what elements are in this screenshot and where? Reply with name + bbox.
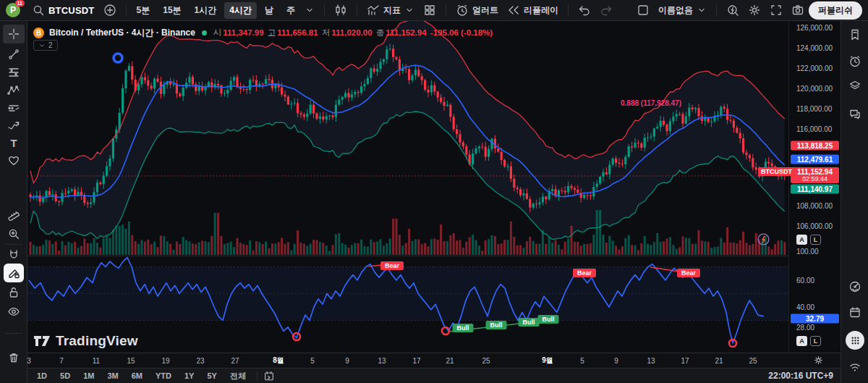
zoom-in-tool[interactable]	[0, 224, 27, 243]
volume-bar	[472, 235, 474, 255]
user-avatar[interactable]: P 11	[6, 3, 20, 17]
legend-collapse-button[interactable]: 2	[33, 40, 58, 51]
timeframe-5분[interactable]: 5분	[132, 2, 156, 19]
bear-signal-label[interactable]: Bear	[677, 269, 700, 277]
timeframe-주[interactable]: 주	[281, 2, 300, 19]
rsi-indicator-pane[interactable]	[27, 256, 788, 353]
range-5Y[interactable]: 5Y	[202, 371, 221, 381]
volume-bar	[96, 243, 98, 255]
alert-button[interactable]: 얼러트	[451, 1, 503, 19]
separator	[357, 4, 357, 16]
go-to-date-icon[interactable]	[263, 370, 275, 382]
auto-scale-button[interactable]: A	[796, 336, 807, 346]
candle-body	[246, 89, 248, 90]
range-전체[interactable]: 전체	[225, 370, 251, 382]
volume-bar	[605, 243, 608, 255]
range-1Y[interactable]: 1Y	[179, 371, 199, 381]
auto-scale-button[interactable]: A	[796, 235, 807, 245]
indicators-button[interactable]: 지표	[362, 1, 419, 19]
bull-signal-label[interactable]: Bull	[486, 321, 507, 329]
calendar-panel-icon[interactable]	[841, 302, 868, 322]
drawing-lock-mode[interactable]	[0, 264, 27, 282]
volume-bar	[551, 243, 553, 255]
layout-grid-icon[interactable]	[419, 1, 441, 19]
chart-legend[interactable]: B Bitcoin / TetherUS · 4시간 · Binance 시11…	[33, 27, 494, 39]
candle-body	[599, 177, 601, 183]
compare-add-icon[interactable]	[99, 1, 121, 19]
watchlist-panel-icon[interactable]	[841, 25, 868, 45]
time-axis[interactable]: 3711151923278월59131721259월5913172125	[27, 353, 841, 368]
timeframe-1시간[interactable]: 1시간	[190, 2, 222, 19]
chart-style-icon[interactable]	[330, 1, 352, 19]
alerts-panel-icon[interactable]	[841, 51, 868, 72]
candle-body	[367, 78, 369, 84]
fullscreen-icon[interactable]	[765, 1, 787, 19]
remove-all-drawings[interactable]	[0, 348, 27, 367]
volume-bar	[185, 240, 187, 255]
refresh-icon[interactable]	[757, 232, 770, 246]
range-3M[interactable]: 3M	[102, 371, 123, 381]
bull-signal-label[interactable]: Bull	[519, 318, 540, 327]
quick-search-icon[interactable]	[722, 1, 744, 19]
volume-bar	[459, 240, 461, 255]
timeframe-chevron-icon[interactable]	[300, 3, 319, 17]
publish-button[interactable]: 퍼블리쉬	[809, 1, 862, 20]
volume-bar	[542, 230, 544, 255]
candle-body	[230, 80, 232, 90]
timeframe-4시간[interactable]: 4시간	[224, 2, 257, 19]
volume-bar	[634, 245, 637, 255]
magnet-mode[interactable]	[0, 245, 27, 264]
legend-title[interactable]: Bitcoin / TetherUS · 4시간 · Binance	[49, 27, 195, 39]
trendline-tool[interactable]	[0, 45, 27, 64]
bull-signal-label[interactable]: Bull	[453, 324, 474, 332]
bull-signal-label[interactable]: Bull	[538, 315, 559, 324]
axis-settings-gear-icon[interactable]	[813, 355, 824, 366]
timeframe-15분[interactable]: 15분	[158, 2, 186, 19]
volume-bar	[338, 233, 340, 255]
replay-button[interactable]: 리플레이	[503, 1, 563, 19]
volume-bar	[103, 238, 105, 255]
clock[interactable]: 22:00:16 UTC+9	[768, 371, 833, 381]
settings-gear-icon[interactable]	[744, 1, 765, 19]
xabcd-pattern-tool[interactable]	[0, 81, 27, 100]
range-6M[interactable]: 6M	[127, 371, 148, 381]
chat-panel-icon[interactable]	[841, 104, 868, 124]
candle-body	[335, 105, 337, 117]
log-scale-button[interactable]: L	[810, 235, 821, 245]
snapshot-camera-icon[interactable]	[787, 1, 809, 19]
text-tool[interactable]: T	[0, 133, 27, 152]
bear-signal-label[interactable]: Bear	[380, 261, 404, 270]
emoji-tool[interactable]	[0, 151, 27, 170]
range-1D[interactable]: 1D	[32, 371, 52, 381]
range-1M[interactable]: 1M	[78, 371, 99, 381]
main-price-chart[interactable]	[27, 21, 788, 256]
volume-bar	[319, 242, 321, 255]
range-5D[interactable]: 5D	[55, 371, 75, 381]
crosshair-tool[interactable]	[0, 25, 27, 43]
connection-status-icon[interactable]	[841, 357, 868, 377]
candle-body	[628, 146, 630, 156]
bear-signal-label[interactable]: Bear	[573, 269, 596, 277]
apps-grid-button[interactable]	[841, 330, 868, 350]
object-tree-panel-icon[interactable]	[841, 75, 868, 96]
price-label: 112,479.61	[791, 155, 839, 164]
save-layout-checkbox-icon[interactable]	[632, 1, 654, 19]
fib-retracement-tool[interactable]	[0, 63, 27, 82]
undo-icon[interactable]	[574, 1, 595, 19]
lock-all-drawings[interactable]	[0, 283, 27, 302]
price-axis[interactable]: 126,000.00124,000.00122,000.00120,000.00…	[788, 21, 841, 368]
signal-circle-marker[interactable]	[114, 54, 122, 62]
log-scale-button[interactable]: L	[810, 336, 821, 346]
timeframe-날[interactable]: 날	[260, 2, 278, 19]
range-YTD[interactable]: YTD	[150, 371, 176, 381]
measure-tool[interactable]	[0, 205, 27, 224]
symbol-search-button[interactable]: BTCUSDT	[27, 1, 99, 19]
layout-name-button[interactable]: 이름없음	[654, 2, 711, 19]
candle-body	[347, 93, 349, 97]
candle-body	[637, 143, 639, 143]
redo-icon[interactable]	[595, 1, 617, 19]
market-scanner-panel-icon[interactable]	[841, 277, 868, 297]
forecast-tool[interactable]	[0, 99, 27, 118]
hide-all-drawings[interactable]	[0, 302, 27, 321]
time-tick: 25	[749, 357, 757, 365]
